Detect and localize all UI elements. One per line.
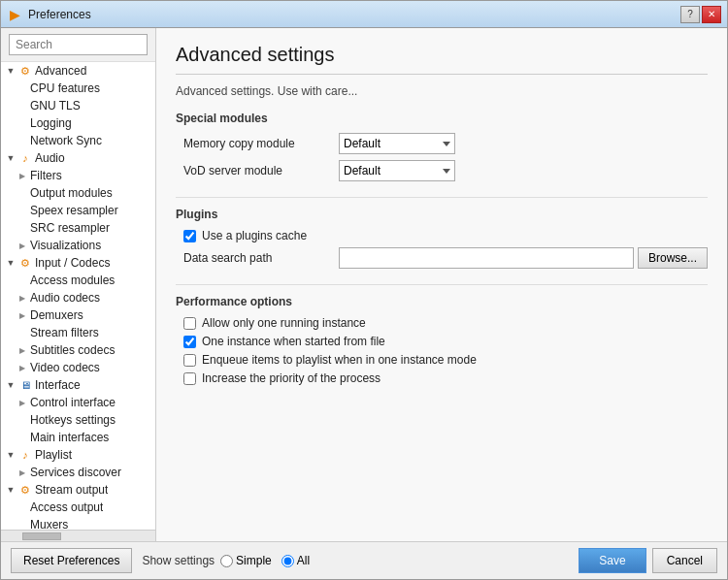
allow-one-instance-row: Allow only one running instance xyxy=(176,316,708,330)
item-icon-audio: ♪ xyxy=(18,151,32,165)
sidebar-scrollbar[interactable] xyxy=(1,530,155,541)
main-content: Advanced settings Advanced settings. Use… xyxy=(156,28,727,541)
sidebar-item-label-stream-output: Stream output xyxy=(35,483,108,497)
expand-arrow-access-output xyxy=(17,501,28,513)
allow-one-instance-checkbox[interactable] xyxy=(183,317,196,330)
one-instance-from-file-row: One instance when started from file xyxy=(176,335,708,348)
sidebar-item-stream-filters[interactable]: Stream filters xyxy=(1,324,155,341)
expand-arrow-subtitles-codecs: ▶ xyxy=(17,344,28,356)
sidebar-item-visualizations[interactable]: ▶Visualizations xyxy=(1,237,155,254)
sidebar-item-hotkeys-settings[interactable]: Hotkeys settings xyxy=(1,411,155,429)
sidebar-item-main-interfaces[interactable]: Main interfaces xyxy=(1,429,155,446)
sidebar-item-output-modules[interactable]: Output modules xyxy=(1,184,155,202)
memory-copy-select[interactable]: Default None Custom xyxy=(339,133,455,154)
expand-arrow-audio-codecs: ▶ xyxy=(17,292,28,304)
simple-radio[interactable] xyxy=(220,555,233,567)
sidebar-item-label-main-interfaces: Main interfaces xyxy=(30,431,109,444)
sidebar-item-logging[interactable]: Logging xyxy=(1,114,155,132)
sidebar-item-muxers[interactable]: Muxers xyxy=(1,516,155,530)
increase-priority-checkbox[interactable] xyxy=(183,372,196,385)
browse-button[interactable]: Browse... xyxy=(638,247,708,269)
one-instance-from-file-checkbox[interactable] xyxy=(183,336,196,348)
sidebar-item-label-subtitles-codecs: Subtitles codecs xyxy=(30,343,115,357)
sidebar-item-demuxers[interactable]: ▶Demuxers xyxy=(1,306,155,324)
expand-arrow-services-discover: ▶ xyxy=(17,467,28,478)
expand-arrow-control-interface: ▶ xyxy=(17,397,28,408)
sidebar-item-label-cpu-features: CPU features xyxy=(30,81,100,95)
enqueue-playlist-checkbox[interactable] xyxy=(183,354,196,367)
save-button[interactable]: Save xyxy=(579,548,645,573)
main-split: ▼⚙AdvancedCPU featuresGNU TLSLoggingNetw… xyxy=(1,28,727,541)
one-instance-from-file-label: One instance when started from file xyxy=(202,335,385,348)
use-plugins-cache-checkbox[interactable] xyxy=(183,230,196,242)
window-controls: ? ✕ xyxy=(680,6,721,23)
sidebar-item-label-services-discover: Services discover xyxy=(30,466,121,479)
all-radio-label[interactable]: All xyxy=(281,554,310,567)
sidebar-container: ▼⚙AdvancedCPU featuresGNU TLSLoggingNetw… xyxy=(1,28,156,541)
memory-copy-label: Memory copy module xyxy=(183,137,339,150)
content-area: ▼⚙AdvancedCPU featuresGNU TLSLoggingNetw… xyxy=(1,28,727,579)
sidebar-item-label-visualizations: Visualizations xyxy=(30,239,101,252)
divider-2 xyxy=(176,284,708,285)
expand-arrow-input-codecs: ▼ xyxy=(5,257,17,269)
sidebar-item-services-discover[interactable]: ▶Services discover xyxy=(1,464,155,481)
item-icon-advanced: ⚙ xyxy=(18,64,32,78)
expand-arrow-stream-filters xyxy=(17,327,28,338)
expand-arrow-network-sync xyxy=(17,135,28,146)
title-bar: ▶ Preferences ? ✕ xyxy=(1,1,727,28)
sidebar-item-stream-output[interactable]: ▼⚙Stream output xyxy=(1,481,155,499)
allow-one-instance-label: Allow only one running instance xyxy=(202,316,366,330)
sidebar-item-speex-resampler[interactable]: Speex resampler xyxy=(1,202,155,219)
plugins-title: Plugins xyxy=(176,208,708,221)
sidebar-item-audio-codecs[interactable]: ▶Audio codecs xyxy=(1,289,155,306)
data-search-path-input[interactable] xyxy=(339,247,634,269)
sidebar-item-label-filters: Filters xyxy=(30,169,62,182)
sidebar-item-label-input-codecs: Input / Codecs xyxy=(35,256,110,270)
reset-preferences-button[interactable]: Reset Preferences xyxy=(11,548,132,573)
sidebar-item-label-speex-resampler: Speex resampler xyxy=(30,204,118,217)
sidebar-item-interface[interactable]: ▼🖥Interface xyxy=(1,376,155,394)
simple-radio-label[interactable]: Simple xyxy=(220,554,272,567)
cancel-button[interactable]: Cancel xyxy=(652,548,717,573)
data-search-path-label: Data search path xyxy=(183,251,339,265)
page-subtitle: Advanced settings. Use with care... xyxy=(176,84,708,98)
sidebar-item-cpu-features[interactable]: CPU features xyxy=(1,80,155,97)
close-button[interactable]: ✕ xyxy=(702,6,721,23)
special-modules-section: Special modules Memory copy module Defau… xyxy=(176,112,708,181)
expand-arrow-cpu-features xyxy=(17,82,28,94)
expand-arrow-video-codecs: ▶ xyxy=(17,362,28,373)
sidebar-item-label-video-codecs: Video codecs xyxy=(30,361,100,374)
sidebar-item-label-network-sync: Network Sync xyxy=(30,134,102,147)
use-plugins-cache-row: Use a plugins cache xyxy=(176,229,708,242)
increase-priority-label: Increase the priority of the process xyxy=(202,371,381,385)
sidebar-item-gnu-tls[interactable]: GNU TLS xyxy=(1,97,155,114)
sidebar-item-network-sync[interactable]: Network Sync xyxy=(1,132,155,149)
sidebar-item-subtitles-codecs[interactable]: ▶Subtitles codecs xyxy=(1,341,155,359)
sidebar-item-label-logging: Logging xyxy=(30,116,72,130)
vod-server-select[interactable]: Default None Custom xyxy=(339,160,455,181)
sidebar-item-access-output[interactable]: Access output xyxy=(1,499,155,516)
expand-arrow-src-resampler xyxy=(17,222,28,234)
window-title: Preferences xyxy=(28,8,680,21)
sidebar-item-filters[interactable]: ▶Filters xyxy=(1,167,155,184)
expand-arrow-demuxers: ▶ xyxy=(17,309,28,321)
performance-title: Performance options xyxy=(176,295,708,308)
sidebar-item-label-demuxers: Demuxers xyxy=(30,308,83,322)
sidebar-item-playlist[interactable]: ▼♪Playlist xyxy=(1,446,155,464)
help-button[interactable]: ? xyxy=(680,6,700,23)
show-settings-label: Show settings xyxy=(142,554,215,567)
sidebar-item-label-audio: Audio xyxy=(35,151,65,165)
all-radio[interactable] xyxy=(281,555,294,567)
scroll-thumb[interactable] xyxy=(22,532,61,540)
enqueue-playlist-label: Enqueue items to playlist when in one in… xyxy=(202,353,477,367)
expand-arrow-stream-output: ▼ xyxy=(5,484,17,496)
sidebar-item-src-resampler[interactable]: SRC resampler xyxy=(1,219,155,237)
sidebar-tree: ▼⚙AdvancedCPU featuresGNU TLSLoggingNetw… xyxy=(1,62,156,530)
sidebar-item-audio[interactable]: ▼♪Audio xyxy=(1,149,155,167)
sidebar-item-control-interface[interactable]: ▶Control interface xyxy=(1,394,155,411)
search-input[interactable] xyxy=(9,34,148,55)
sidebar-item-video-codecs[interactable]: ▶Video codecs xyxy=(1,359,155,376)
sidebar-item-advanced[interactable]: ▼⚙Advanced xyxy=(1,62,155,80)
sidebar-item-access-modules[interactable]: Access modules xyxy=(1,272,155,289)
sidebar-item-input-codecs[interactable]: ▼⚙Input / Codecs xyxy=(1,254,155,272)
